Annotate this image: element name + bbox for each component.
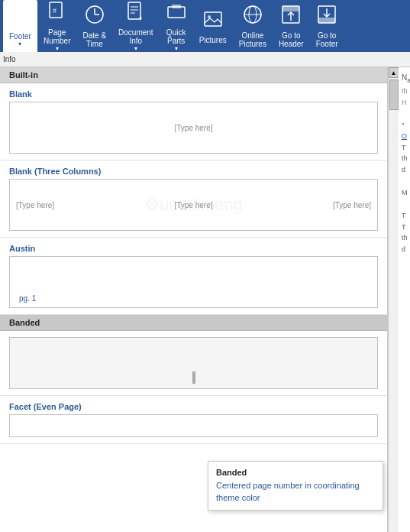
go-to-header-label: Go toHeader xyxy=(279,31,304,48)
right-text-10: T xyxy=(402,210,407,221)
template-facet[interactable]: Facet (Even Page) xyxy=(0,396,387,444)
ribbon-go-to-header[interactable]: Go toHeader xyxy=(273,0,310,52)
blank-placeholder: [Type here] xyxy=(174,124,212,132)
info-label: Info xyxy=(3,55,16,63)
austin-label: Austin xyxy=(9,244,378,253)
svg-rect-24 xyxy=(318,18,335,23)
tooltip-title: Banded xyxy=(216,468,375,477)
section-header-builtin: Built-in xyxy=(0,67,387,83)
right-text-1: Na xyxy=(402,72,407,86)
blank-label: Blank xyxy=(9,89,378,99)
online-pictures-icon xyxy=(242,4,263,30)
template-austin[interactable]: Austin pg. 1 xyxy=(0,238,387,315)
right-panel: Na th H " O T th d M T T th d xyxy=(399,67,410,532)
svg-rect-15 xyxy=(205,12,221,26)
blank-three-col-label: Blank (Three Columns) xyxy=(9,167,378,176)
date-time-label: Date &Time xyxy=(82,31,106,48)
template-blank-three-col[interactable]: Blank (Three Columns) [Type here] [Type … xyxy=(0,161,387,238)
col3-placeholder: [Type here] xyxy=(333,201,371,209)
section-header-banded: Banded xyxy=(0,315,387,331)
right-text-4: " xyxy=(402,120,407,131)
right-text-6: T xyxy=(402,142,407,153)
svg-rect-1 xyxy=(11,20,29,24)
go-to-footer-icon xyxy=(316,4,337,30)
quick-parts-icon xyxy=(166,1,187,27)
go-to-header-icon xyxy=(280,4,302,30)
ribbon-go-to-footer[interactable]: Go toFooter xyxy=(310,0,344,52)
scrollbar[interactable]: ▲ xyxy=(388,67,399,532)
banded-bar xyxy=(192,371,195,384)
facet-preview xyxy=(9,414,378,437)
scroll-up[interactable]: ▲ xyxy=(389,67,399,78)
page-number-icon: # xyxy=(47,1,68,27)
col1-placeholder: [Type here] xyxy=(16,201,54,209)
pictures-label: Pictures xyxy=(199,36,227,44)
go-to-footer-label: Go toFooter xyxy=(316,31,338,48)
col2-placeholder: [Type here] xyxy=(174,201,212,209)
document-info-arrow: ▾ xyxy=(134,45,137,52)
pictures-icon xyxy=(202,8,224,34)
ribbon-page-number[interactable]: # PageNumber ▾ xyxy=(37,0,77,52)
footer-label: Footer xyxy=(9,32,31,41)
footer-icon xyxy=(9,5,31,31)
blank-preview: [Type here] xyxy=(9,102,378,154)
svg-rect-13 xyxy=(168,7,185,18)
right-text-7: th xyxy=(402,153,407,164)
blank-three-col-preview: [Type here] [Type here] [Type here] ⚙uen… xyxy=(9,179,378,231)
right-text-11: T xyxy=(402,222,407,232)
quick-parts-label: QuickParts xyxy=(166,28,186,45)
template-blank[interactable]: Blank [Type here] xyxy=(0,83,387,161)
ribbon: Footer ▾ # PageNumber ▾ Date &Time ▾ Doc… xyxy=(0,0,410,52)
online-pictures-label: OnlinePictures xyxy=(239,31,266,48)
ribbon-date-time[interactable]: Date &Time xyxy=(76,0,112,52)
footer-arrow: ▾ xyxy=(18,41,21,47)
facet-label: Facet (Even Page) xyxy=(9,402,378,411)
scroll-thumb[interactable] xyxy=(389,79,399,110)
right-text-9: M xyxy=(402,187,407,198)
template-banded[interactable] xyxy=(0,331,387,396)
svg-point-16 xyxy=(208,15,211,18)
banded-preview xyxy=(9,337,378,389)
quick-parts-arrow: ▾ xyxy=(175,45,178,52)
svg-text:▾: ▾ xyxy=(139,15,142,22)
ribbon-online-pictures[interactable]: OnlinePictures xyxy=(233,0,273,52)
right-text-5: O xyxy=(402,131,407,141)
page-number-label: PageNumber xyxy=(44,28,71,45)
toolbar-row: Info xyxy=(0,52,410,67)
tooltip: Banded Centered page number in coordinat… xyxy=(208,461,383,511)
svg-rect-21 xyxy=(282,6,299,11)
page-number-arrow: ▾ xyxy=(56,45,59,52)
austin-placeholder: pg. 1 xyxy=(19,294,36,303)
svg-rect-14 xyxy=(172,5,181,8)
tooltip-description: Centered page number in coordinating the… xyxy=(216,480,375,504)
right-text-8: d xyxy=(402,164,407,175)
right-text-3: H xyxy=(402,97,407,108)
ribbon-pictures[interactable]: Pictures xyxy=(193,0,233,52)
ribbon-footer[interactable]: Footer ▾ xyxy=(3,0,37,52)
ribbon-quick-parts[interactable]: QuickParts ▾ xyxy=(160,0,193,52)
document-info-label: DocumentInfo xyxy=(118,28,153,45)
ribbon-document-info[interactable]: ▾ DocumentInfo ▾ xyxy=(112,0,160,52)
right-text-12: th xyxy=(402,232,407,243)
date-time-icon xyxy=(84,4,105,30)
document-info-icon: ▾ xyxy=(125,1,147,27)
right-text-2: th xyxy=(402,86,407,96)
svg-text:#: # xyxy=(53,7,56,15)
right-text-13: d xyxy=(402,244,407,255)
austin-preview: pg. 1 xyxy=(9,256,378,308)
